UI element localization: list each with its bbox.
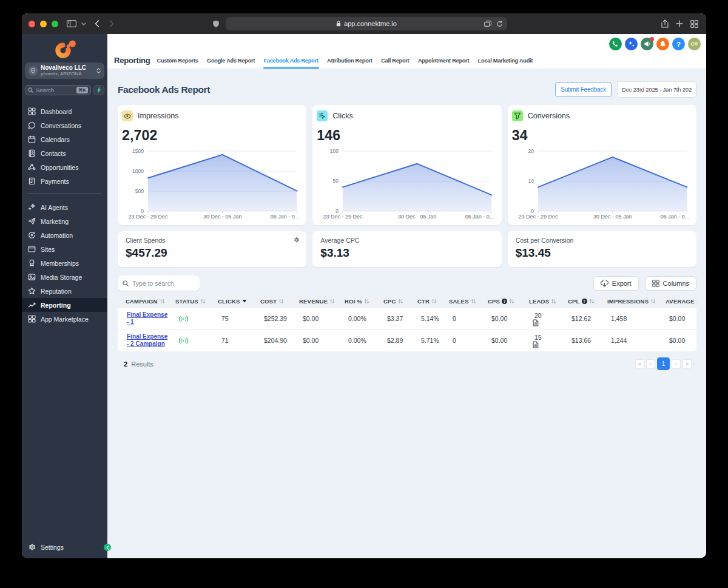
bell-button[interactable]: [656, 38, 669, 50]
columns-grid-icon: [652, 280, 659, 287]
account-switcher[interactable]: Novaliveco LLC phoneix, ARIZONA: [25, 63, 104, 79]
sidebar-collapse-button[interactable]: [104, 544, 111, 551]
column-header-cps[interactable]: CPS?: [488, 295, 529, 308]
sidebar-toggle-icon[interactable]: [67, 20, 76, 27]
automation-icon: [28, 231, 36, 239]
svg-text:100: 100: [330, 148, 339, 154]
column-header-roi[interactable]: ROI %: [345, 295, 383, 308]
app-topbar: Reporting Custom ReportsGoogle Ads Repor…: [107, 34, 706, 69]
sidebar-item-memberships[interactable]: Memberships: [22, 256, 107, 270]
column-header-leads[interactable]: LEADS: [529, 295, 568, 308]
sidebar-item-marketing[interactable]: Marketing: [22, 214, 107, 228]
sidebar-item-reputation[interactable]: Reputation: [22, 284, 107, 298]
info-icon[interactable]: ?: [502, 299, 507, 304]
tab-facebook-ads-report[interactable]: Facebook Ads Report: [263, 52, 319, 69]
sidebar-item-reporting[interactable]: Reporting: [22, 298, 107, 312]
sidebar-item-automation[interactable]: Automation: [22, 228, 107, 242]
stat-card-header: Clicks: [317, 110, 493, 121]
ctr-cell: 5.71%: [417, 329, 449, 351]
privacy-shield-icon[interactable]: [212, 20, 220, 28]
tab-attribution-report[interactable]: Attribution Report: [326, 52, 373, 69]
area-chart-conversions: 2010023 Dec - 29 Dec30 Dec - 05 Jan06 Ja…: [512, 147, 689, 221]
sidebar-item-media-storage[interactable]: Media Storage: [22, 270, 107, 284]
sidebar-item-opportunities[interactable]: Opportunities: [22, 160, 107, 174]
sort-icon: [160, 299, 165, 304]
table-search-input[interactable]: Type to search: [118, 275, 200, 291]
sidebar-item-label: Opportunities: [41, 164, 78, 171]
campaign-link[interactable]: Final Expense - 1: [127, 311, 169, 326]
column-header-campaign[interactable]: CAMPAIGN: [118, 295, 175, 308]
page-first-button[interactable]: «: [635, 359, 644, 369]
reload-icon[interactable]: [496, 21, 503, 27]
sidebar-item-conversations[interactable]: Conversations: [22, 118, 107, 132]
sidebar-item-payments[interactable]: Payments: [22, 174, 107, 188]
info-icon[interactable]: ?: [582, 299, 587, 304]
address-bar[interactable]: app.connektme.io: [226, 17, 507, 30]
sidebar-item-sites[interactable]: Sites: [22, 242, 107, 256]
ai-sparkles-button[interactable]: [625, 38, 638, 50]
sidebar-item-settings[interactable]: Settings: [22, 540, 107, 554]
avatar-button[interactable]: CR: [688, 38, 701, 50]
results-count: 2 Results: [124, 360, 153, 368]
close-window-button[interactable]: [29, 21, 35, 27]
column-header-status[interactable]: STATUS: [175, 295, 218, 308]
column-header-ctr[interactable]: CTR: [417, 295, 449, 308]
zoom-window-button[interactable]: [52, 21, 58, 27]
quick-actions-button[interactable]: [93, 85, 104, 95]
campaign-link[interactable]: Final Expense - 2 Campaign: [127, 333, 169, 348]
page-number-current[interactable]: 1: [657, 357, 670, 370]
sidebar-item-calendars[interactable]: Calendars: [22, 132, 107, 146]
page-last-button[interactable]: »: [682, 359, 692, 369]
sidebar-item-contacts[interactable]: Contacts: [22, 146, 107, 160]
tab-custom-reports[interactable]: Custom Reports: [157, 52, 199, 69]
svg-text:23 Dec - 29 Dec: 23 Dec - 29 Dec: [129, 214, 169, 220]
column-header-cpc[interactable]: CPC: [383, 295, 417, 308]
metric-card-value: $13.45: [516, 246, 689, 260]
column-header-cpl[interactable]: CPL?: [568, 295, 607, 308]
new-tab-icon[interactable]: [676, 20, 683, 27]
megaphone-button[interactable]: [641, 38, 653, 50]
sidebar-item-app-marketplace[interactable]: App Marketplace: [22, 312, 107, 326]
column-header-clicks[interactable]: CLICKS: [218, 295, 260, 308]
tab-local-marketing-audit[interactable]: Local Marketing Audit: [477, 52, 533, 69]
forward-button[interactable]: [109, 20, 114, 27]
column-header-impressions[interactable]: IMPRESSIONS: [607, 295, 666, 308]
tab-call-report[interactable]: Call Report: [380, 52, 410, 69]
help-button[interactable]: ?: [672, 38, 685, 50]
share-icon[interactable]: [661, 19, 669, 28]
tab-overview-icon[interactable]: [690, 20, 698, 28]
phone-button[interactable]: [609, 38, 622, 50]
leads-file-icon[interactable]: [533, 341, 539, 348]
sidebar-search-input[interactable]: Search ⌘K: [25, 85, 91, 95]
page-prev-button[interactable]: ‹: [646, 359, 655, 369]
page-preview-icon[interactable]: [484, 21, 491, 27]
sidebar-item-ai-agents[interactable]: AI Agents: [22, 200, 107, 214]
sidebar-chevron-icon[interactable]: [81, 22, 86, 25]
column-header-cost[interactable]: COST: [260, 295, 299, 308]
sidebar-item-dashboard[interactable]: Dashboard: [22, 104, 107, 118]
svg-text:20: 20: [528, 148, 534, 154]
app-logo[interactable]: [22, 34, 107, 61]
metric-card-label: Cost per Conversion: [516, 237, 689, 244]
column-header-revenue[interactable]: REVENUE: [299, 295, 345, 308]
column-header-average-re[interactable]: AVERAGE RE: [666, 295, 696, 308]
export-button[interactable]: Export: [593, 276, 639, 291]
column-header-sales[interactable]: SALES: [449, 295, 488, 308]
column-header-label: SALES: [449, 298, 469, 305]
leads-file-icon[interactable]: [533, 319, 539, 326]
tab-google-ads-report[interactable]: Google Ads Report: [206, 52, 255, 69]
account-expand-icon: [96, 68, 101, 73]
sidebar-item-label: Reputation: [41, 288, 72, 295]
columns-button[interactable]: Columns: [645, 276, 696, 291]
gear-icon[interactable]: [293, 237, 300, 243]
tab-appointment-report[interactable]: Appointment Report: [417, 52, 470, 69]
page-next-button[interactable]: ›: [672, 359, 681, 369]
submit-feedback-button[interactable]: Submit Feedback: [555, 82, 612, 97]
date-range-picker[interactable]: Dec 23rd 2025 - Jan 7th 202: [617, 81, 696, 98]
sidebar-item-label: App Marketplace: [41, 316, 89, 323]
back-button[interactable]: [95, 20, 99, 27]
minimize-window-button[interactable]: [40, 21, 47, 27]
column-header-label: AVERAGE RE: [666, 298, 696, 305]
column-header-label: CLICKS: [218, 298, 240, 305]
metric-card-label: Client Spends: [126, 237, 298, 244]
